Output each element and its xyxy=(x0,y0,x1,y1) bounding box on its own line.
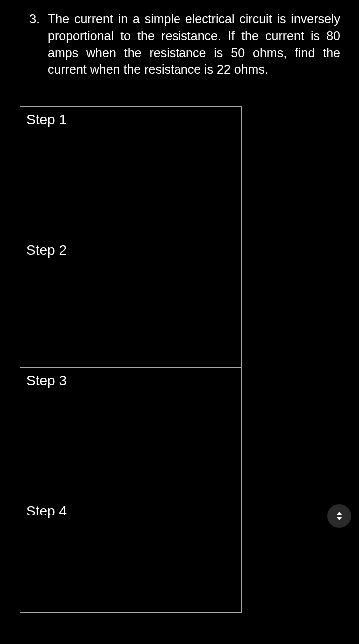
chevron-down-icon xyxy=(336,517,342,520)
table-row: Step 4 xyxy=(20,498,242,613)
table-row: Step 2 xyxy=(20,237,242,368)
step-cell-1: Step 1 xyxy=(20,107,242,237)
scroll-nav-button[interactable] xyxy=(327,504,351,528)
steps-table: Step 1 Step 2 Step 3 Step 4 xyxy=(20,106,242,613)
step-cell-2: Step 2 xyxy=(20,237,242,368)
question-number: 3. xyxy=(19,11,48,28)
table-row: Step 3 xyxy=(20,368,242,498)
question-block: 3. The current in a simple electrical ci… xyxy=(19,11,340,78)
question-text: The current in a simple electrical circu… xyxy=(48,11,340,78)
table-row: Step 1 xyxy=(20,107,242,237)
step-cell-3: Step 3 xyxy=(20,368,242,498)
step-cell-4: Step 4 xyxy=(20,498,242,613)
chevron-up-icon xyxy=(336,512,342,515)
page-content: 3. The current in a simple electrical ci… xyxy=(0,0,359,613)
